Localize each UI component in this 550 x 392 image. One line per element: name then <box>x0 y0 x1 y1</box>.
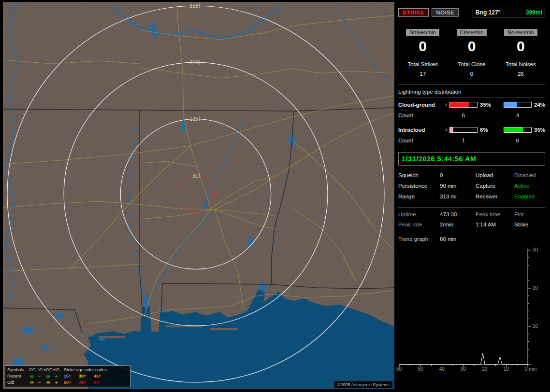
x-tick-label: 50 <box>418 366 423 372</box>
y-tick-label: 10 <box>533 323 538 329</box>
trend-plot <box>398 247 546 368</box>
x-tick-label: 0 min <box>525 366 536 372</box>
ring-label-219: 219 <box>189 60 198 65</box>
age-15: 15+ <box>64 373 79 379</box>
x-tick-label: 30 <box>461 366 466 372</box>
bearing-label: Bng 127° <box>476 9 500 16</box>
close-per-min-chip[interactable]: Close/min <box>457 29 487 36</box>
close-counter: Close/min 0 Total Close 0 <box>447 29 496 77</box>
ring-label-313: 313 <box>189 3 198 9</box>
intracloud-label: Intracloud <box>398 127 443 133</box>
age-75: 75+ <box>79 379 94 386</box>
cg-positive-bar <box>449 102 478 108</box>
divider <box>398 84 545 85</box>
intracloud-count-row: Count 1 6 <box>398 138 545 143</box>
control-panel: STRIKE NOISE Bng 127° 399mi Strikes/min … <box>395 0 549 392</box>
range-label: Range <box>398 194 440 199</box>
trend-graph-label: Trend graph <box>398 236 440 242</box>
map-display[interactable]: 313 219 125 31 Symbols -CG -IC +CG +IC S… <box>3 2 394 389</box>
pos-ic-recent-icon: + <box>53 374 60 379</box>
receiver-status: Enabled <box>514 194 545 199</box>
trend-graph: 6050403020100 min 102030 <box>398 247 545 374</box>
legend-symbols-title: Symbols <box>7 367 28 373</box>
upload-status: Disabled <box>514 172 545 178</box>
noises-per-min-value: 0 <box>496 38 545 55</box>
uptime-label: Uptime <box>398 211 440 217</box>
legend-old-label: Old <box>7 379 28 386</box>
plus-sign: + <box>443 127 449 133</box>
ic-negative-pct: 35% <box>532 127 546 133</box>
total-strikes-label: Total Strikes <box>398 61 447 67</box>
total-strikes-value: 17 <box>398 71 447 77</box>
noises-counter: Noises/min 0 Total Noises 26 <box>496 29 545 77</box>
strike-mode-button[interactable]: STRIKE <box>398 8 429 17</box>
age-45: 45+ <box>94 373 109 379</box>
age-60: 60+ <box>64 379 79 386</box>
cloud-ground-row: Cloud-ground + 35% − 24% <box>398 102 545 108</box>
receiver-label: Receiver <box>476 194 514 199</box>
divider <box>398 98 545 98</box>
age-30: 30+ <box>79 373 94 379</box>
ring-label-125: 125 <box>189 116 198 122</box>
map-canvas[interactable]: 313 219 125 31 <box>3 2 394 389</box>
upload-label: Upload <box>476 172 514 178</box>
x-tick-label: 40 <box>439 366 445 372</box>
neg-cg-recent-icon: ⊖ <box>28 374 36 379</box>
ic-positive-count: 1 <box>449 138 478 143</box>
divider <box>398 207 545 208</box>
pos-cg-recent-icon: ⊕ <box>43 374 53 379</box>
minus-sign: − <box>497 127 504 133</box>
noise-mode-button[interactable]: NOISE <box>432 8 459 17</box>
legend-header-nic: -IC <box>36 367 43 373</box>
plus-sign: + <box>443 102 449 108</box>
close-per-min-value: 0 <box>447 38 496 55</box>
total-noises-value: 26 <box>496 71 545 77</box>
bearing-range-value: 399mi <box>526 9 542 16</box>
bearing-readout: Bng 127° 399mi <box>473 8 545 17</box>
mode-toolbar: STRIKE NOISE Bng 127° 399mi <box>398 8 545 17</box>
squelch-value: 0 <box>440 172 476 178</box>
cg-negative-bar <box>504 102 532 108</box>
strikes-per-min-value: 0 <box>398 38 447 55</box>
x-tick-label: 20 <box>482 366 487 372</box>
map-legend: Symbols -CG -IC +CG +IC Strike age color… <box>5 365 130 387</box>
peak-rate-value: 2/min <box>440 222 476 227</box>
timestamp: 1/31/2026 5:44:56 AM <box>398 152 545 166</box>
capture-label: Capture <box>476 183 514 189</box>
cg-negative-pct: 24% <box>532 102 546 108</box>
intracloud-row: Intracloud + 6% − 35% <box>398 127 545 133</box>
neg-cg-old-icon: ⊖ <box>28 380 36 386</box>
count-label: Count <box>398 138 443 143</box>
trend-window-value: 60 min <box>440 236 545 242</box>
cloud-ground-label: Cloud-ground <box>398 102 443 108</box>
plot-label: Plot <box>514 211 545 217</box>
ic-positive-bar <box>449 127 478 133</box>
ic-negative-count: 6 <box>504 138 532 143</box>
ring-label-31: 31 <box>192 173 198 179</box>
ic-positive-pct: 6% <box>478 127 497 133</box>
neg-ic-recent-icon: − <box>36 374 43 379</box>
pos-ic-old-icon: + <box>53 380 60 386</box>
cg-negative-count: 4 <box>504 112 532 118</box>
neg-ic-old-icon: − <box>36 380 43 386</box>
strikes-per-min-chip[interactable]: Strikes/min <box>406 29 439 36</box>
stats-grid: Uptime 473:30 Peak time Plot Peak rate 2… <box>398 211 545 227</box>
peak-time-label: Peak time <box>476 211 514 217</box>
uptime-value: 473:30 <box>440 211 476 217</box>
legend-age-title: Strike age color codes <box>64 367 109 373</box>
persistence-value: 90 min <box>440 183 476 189</box>
plot-value: Strike <box>514 222 545 227</box>
x-tick-label: 60 <box>396 366 402 372</box>
rate-counters: Strikes/min 0 Total Strikes 17 Close/min… <box>398 29 545 77</box>
noises-per-min-chip[interactable]: Noises/min <box>504 29 537 36</box>
total-close-label: Total Close <box>447 61 496 67</box>
legend-recent-label: Recent <box>7 373 28 379</box>
ic-negative-bar <box>504 127 532 133</box>
copyright-notice: ©2005 Astrogenic Systems <box>334 381 392 388</box>
capture-status: Active <box>514 183 545 189</box>
status-grid: Squelch 0 Upload Disabled Persistence 90… <box>398 172 545 199</box>
cg-positive-count: 6 <box>449 112 478 118</box>
pos-cg-old-icon: ⊕ <box>43 380 53 386</box>
trend-header: Trend graph 60 min <box>398 236 545 242</box>
legend-header-pcg: +CG <box>43 367 53 373</box>
